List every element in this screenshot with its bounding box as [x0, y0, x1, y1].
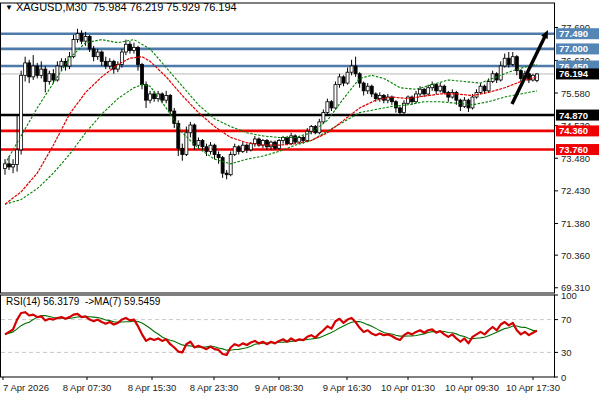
bear-candle: [161, 94, 164, 100]
bear-candle: [28, 63, 31, 77]
bear-candle: [354, 66, 357, 74]
rsi-axis-label: 0: [561, 372, 566, 383]
bear-candle: [52, 74, 55, 80]
bull-candle: [249, 144, 252, 150]
rsi-plot-border: [1, 295, 555, 377]
bull-candle: [491, 74, 494, 82]
bull-candle: [40, 69, 43, 75]
bull-candle: [346, 72, 349, 83]
x-axis-label: 10 Apr 17:30: [506, 382, 560, 393]
bear-candle: [80, 33, 83, 41]
bear-candle: [374, 94, 377, 99]
bull-candle: [149, 94, 152, 100]
bear-candle: [221, 158, 224, 174]
bull-candle: [499, 66, 502, 80]
bull-candle: [451, 92, 454, 97]
bear-candle: [370, 86, 373, 94]
x-axis-label: 8 Apr 15:30: [128, 382, 177, 393]
price-badge-label: 76.194: [559, 68, 589, 79]
bull-candle: [366, 86, 369, 91]
x-axis-label: 9 Apr 08:30: [255, 382, 304, 393]
bear-candle: [314, 127, 317, 133]
bull-candle: [241, 145, 244, 151]
bear-candle: [104, 61, 107, 66]
bear-candle: [342, 77, 345, 83]
bull-candle: [419, 89, 422, 94]
x-axis-label: 8 Apr 07:30: [63, 382, 112, 393]
bull-candle: [269, 142, 272, 147]
bear-candle: [394, 102, 397, 108]
x-axis-label: 7 Apr 2026: [3, 382, 49, 393]
bull-candle: [76, 33, 79, 39]
chart-title: ▼XAGUSD,M30 75.984 76.219 75.929 76.194: [5, 1, 237, 13]
bear-candle: [237, 147, 240, 152]
bear-candle: [36, 66, 39, 75]
bull-candle: [431, 85, 434, 88]
bull-candle: [479, 86, 482, 92]
bull-candle: [503, 58, 506, 66]
chart-canvas[interactable]: 77.69076.63075.58074.53073.48072.43071.3…: [0, 0, 600, 400]
price-badge-label: 74.360: [559, 125, 588, 136]
bear-candle: [177, 123, 180, 148]
bull-candle: [185, 133, 188, 155]
rsi-line: [5, 312, 537, 355]
bear-candle: [201, 141, 204, 147]
bull-candle: [84, 36, 87, 41]
bear-candle: [265, 141, 268, 147]
bull-candle: [12, 164, 15, 166]
bull-candle: [318, 122, 321, 133]
bull-candle: [233, 147, 236, 155]
bull-candle: [326, 102, 329, 113]
bear-candle: [136, 47, 139, 64]
bull-candle: [48, 74, 51, 82]
rsi-indicator-label: RSI(14) 56.3179 ->MA(7) 59.5459: [6, 296, 160, 307]
bull-candle: [298, 137, 301, 142]
bear-candle: [141, 64, 144, 84]
y-axis-label: 75.580: [561, 88, 590, 99]
bear-candle: [205, 147, 208, 152]
bull-candle: [209, 145, 212, 151]
rsi-value-label: RSI(14) 56.3179: [6, 296, 79, 307]
bull-candle: [189, 125, 192, 133]
bear-candle: [169, 96, 172, 112]
bull-candle: [471, 97, 474, 108]
bear-candle: [193, 125, 196, 145]
x-axis-label: 9 Apr 16:30: [323, 382, 372, 393]
bear-candle: [507, 58, 510, 64]
x-axis-label: 10 Apr 09:30: [445, 382, 499, 393]
bear-candle: [213, 145, 216, 154]
y-axis-label: 71.380: [561, 218, 590, 229]
x-axis-label: 8 Apr 23:30: [190, 382, 239, 393]
bull-candle: [487, 82, 490, 91]
bear-candle: [398, 108, 401, 113]
bear-candle: [145, 85, 148, 101]
rsi-axis-label: 30: [561, 347, 572, 358]
rsi-axis-label: 100: [561, 290, 577, 301]
bull-candle: [338, 77, 341, 85]
y-axis-label: 72.430: [561, 185, 590, 196]
bull-candle: [229, 155, 232, 175]
symbol-dropdown-icon[interactable]: ▼: [5, 3, 13, 12]
bear-candle: [44, 69, 47, 81]
price-badge-label: 77.000: [559, 43, 588, 54]
bull-candle: [334, 85, 337, 108]
bull-candle: [306, 131, 309, 140]
bear-candle: [362, 83, 365, 91]
bear-candle: [153, 94, 156, 99]
bear-candle: [128, 44, 131, 50]
bear-candle: [519, 71, 522, 79]
bear-candle: [435, 85, 438, 91]
bull-candle: [24, 63, 27, 75]
bear-candle: [100, 52, 103, 61]
bull-candle: [253, 139, 256, 144]
bull-candle: [4, 164, 7, 169]
bull-candle: [96, 52, 99, 57]
bull-candle: [165, 96, 168, 101]
bull-candle: [197, 141, 200, 146]
bull-candle: [310, 127, 313, 132]
bull-candle: [350, 66, 353, 72]
bull-candle: [278, 141, 281, 149]
bull-candle: [427, 88, 430, 94]
bear-candle: [443, 86, 446, 92]
bear-candle: [217, 155, 220, 158]
